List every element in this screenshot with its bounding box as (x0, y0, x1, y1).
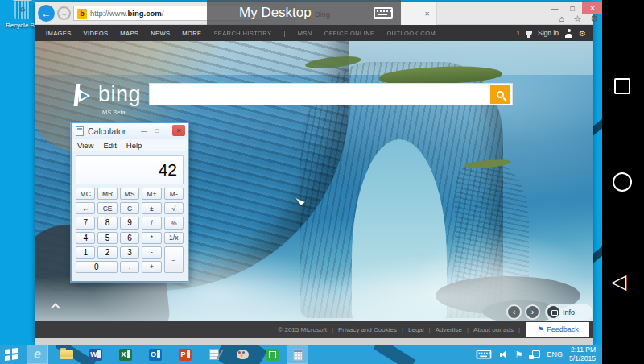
calc-key-decimal[interactable]: . (120, 261, 139, 273)
calc-key-mr[interactable]: MR (97, 188, 117, 200)
taskbar-word-button[interactable]: W (85, 345, 106, 364)
nav-outlook[interactable]: OUTLOOK.COM (386, 30, 436, 37)
calc-key-2[interactable]: 2 (97, 246, 117, 259)
calculator-keypad: MC MR MS M+ M- ← CE C ± √ 7 8 9 / % 4 5 … (76, 188, 184, 273)
footer-legal-link[interactable]: Legal (408, 326, 424, 333)
calc-menu-view[interactable]: View (77, 141, 93, 150)
window-close-button[interactable]: ✕ (582, 2, 602, 14)
carousel-next-button[interactable]: › (525, 304, 540, 320)
sign-in-link[interactable]: Sign in (538, 29, 559, 37)
android-nav-bar: ◁ (602, 0, 644, 364)
feedback-button[interactable]: ⚑ Feedback (526, 322, 589, 337)
footer-about-ads-link[interactable]: About our ads (473, 326, 514, 333)
bing-logo-subtitle: MS Beta (102, 109, 126, 116)
calc-key-4[interactable]: 4 (76, 232, 95, 244)
calc-key-ms[interactable]: MS (120, 188, 139, 200)
nav-office-online[interactable]: OFFICE ONLINE (324, 30, 375, 37)
url-domain: bing.com (127, 9, 161, 18)
favorites-icon[interactable]: ☆ (570, 13, 585, 24)
calculator-maximize-button[interactable]: □ (151, 125, 163, 136)
calc-menu-edit[interactable]: Edit (103, 141, 116, 150)
rewards-trophy-icon[interactable] (526, 31, 532, 35)
calc-key-plus[interactable]: + (142, 261, 161, 273)
calculator-taskbar-icon (293, 349, 303, 361)
tab-close-icon[interactable]: ✕ (424, 10, 430, 18)
browser-forward-button[interactable]: → (57, 6, 71, 20)
android-home-icon[interactable] (613, 172, 632, 192)
calculator-minimize-button[interactable]: — (138, 125, 151, 136)
calc-key-reciprocal[interactable]: 1/x (164, 232, 184, 244)
android-screen: ♻ Recycle Bin ← → b http://www.bing.com/… (0, 0, 644, 364)
speaker-icon[interactable] (500, 350, 509, 359)
calculator-titlebar[interactable]: Calculator — □ ✕ (72, 123, 188, 139)
android-recents-icon[interactable] (614, 78, 630, 94)
image-info-button[interactable]: Info (545, 304, 592, 321)
android-back-icon[interactable]: ◁ (611, 271, 626, 292)
profile-icon[interactable] (564, 29, 573, 38)
footer-advertise-link[interactable]: Advertise (436, 326, 462, 333)
taskbar-notepad-button[interactable] (203, 345, 225, 364)
taskbar-green-app-button[interactable] (261, 345, 283, 364)
calc-key-mplus[interactable]: M+ (142, 188, 161, 200)
tools-icon[interactable]: ⚙ (587, 13, 602, 24)
search-box (149, 83, 513, 105)
calc-key-mminus[interactable]: M- (164, 188, 184, 200)
calculator-close-button[interactable]: ✕ (172, 125, 185, 136)
footer-divider: | (429, 326, 431, 333)
footer-privacy-link[interactable]: Privacy and Cookies (338, 326, 397, 333)
calc-key-1[interactable]: 1 (76, 246, 95, 259)
calc-key-minus[interactable]: - (142, 246, 161, 259)
recycle-bin-icon: ♻ (14, 1, 31, 19)
calc-key-sqrt[interactable]: √ (164, 202, 184, 214)
language-indicator[interactable]: ENG (547, 350, 563, 358)
calc-key-mc[interactable]: MC (76, 188, 95, 200)
settings-gear-icon[interactable]: ⚙ (579, 29, 586, 38)
search-input[interactable] (150, 84, 490, 105)
overlay-keyboard-icon[interactable] (374, 7, 393, 19)
calc-key-multiply[interactable]: * (142, 232, 161, 244)
calc-key-5[interactable]: 5 (97, 232, 117, 244)
taskbar-excel-button[interactable]: X (114, 345, 136, 364)
browser-back-button[interactable]: ← (38, 5, 55, 22)
taskbar-paint-button[interactable] (232, 345, 254, 364)
search-button[interactable] (490, 85, 510, 104)
calc-key-c[interactable]: C (120, 202, 139, 214)
calc-key-7[interactable]: 7 (76, 217, 95, 229)
taskbar-powerpoint-button[interactable]: P (174, 345, 196, 364)
touch-keyboard-icon[interactable] (476, 350, 491, 359)
nav-maps[interactable]: MAPS (120, 30, 138, 37)
nav-search-history[interactable]: SEARCH HISTORY (213, 30, 271, 37)
calc-key-0[interactable]: 0 (76, 261, 118, 273)
calc-key-divide[interactable]: / (142, 217, 161, 229)
nav-videos[interactable]: VIDEOS (84, 30, 109, 37)
calc-key-3[interactable]: 3 (120, 246, 139, 259)
nav-news[interactable]: NEWS (151, 30, 170, 37)
home-icon[interactable]: ⌂ (554, 13, 569, 24)
taskbar-outlook-button[interactable]: O (144, 345, 166, 364)
calc-key-percent[interactable]: % (164, 217, 184, 229)
calc-key-ce[interactable]: CE (97, 202, 117, 214)
nav-more[interactable]: MORE (182, 30, 201, 37)
action-center-flag-icon[interactable]: ⚑ (515, 350, 523, 359)
calc-key-9[interactable]: 9 (120, 217, 139, 229)
calc-key-equals[interactable]: = (164, 246, 184, 273)
nav-images[interactable]: IMAGES (46, 30, 72, 37)
window-bottom-frame (35, 338, 593, 345)
remote-session-overlay: My Desktop (207, 0, 401, 25)
taskbar-ie-button[interactable]: e (27, 345, 48, 364)
rewards-count[interactable]: 1 (517, 30, 520, 37)
taskbar-clock[interactable]: 2:11 PM 5/1/2015 (569, 345, 596, 362)
nav-msn[interactable]: MSN (298, 30, 312, 37)
carousel-prev-button[interactable]: ‹ (506, 304, 522, 320)
taskbar-explorer-button[interactable] (56, 345, 77, 364)
calc-menu-help[interactable]: Help (126, 141, 142, 150)
calc-key-backspace[interactable]: ← (76, 202, 95, 214)
calc-key-8[interactable]: 8 (97, 217, 117, 229)
network-icon[interactable] (529, 350, 540, 359)
calc-key-plusminus[interactable]: ± (142, 202, 161, 214)
file-explorer-icon (60, 350, 73, 359)
excel-icon: X (119, 349, 132, 361)
taskbar-calculator-button[interactable] (287, 345, 308, 364)
calc-key-6[interactable]: 6 (120, 232, 139, 244)
start-button[interactable] (5, 348, 18, 361)
